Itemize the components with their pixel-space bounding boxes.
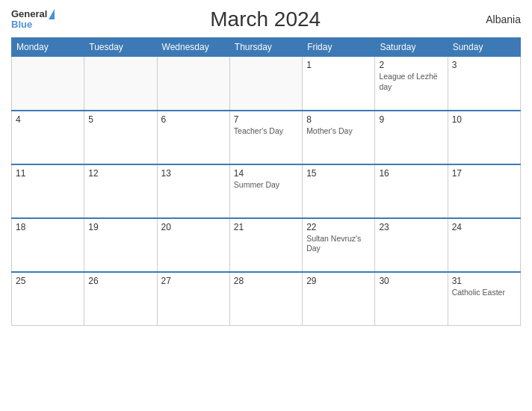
day-number: 9 (379, 114, 443, 125)
calendar-cell: 19 (84, 218, 157, 272)
calendar-week-row: 11121314Summer Day151617 (12, 164, 521, 218)
day-number: 28 (234, 276, 298, 286)
day-number: 30 (379, 276, 443, 286)
calendar-week-row: 1819202122Sultan Nevruz's Day2324 (12, 218, 521, 272)
day-number: 31 (452, 276, 516, 286)
weekday-header-row: MondayTuesdayWednesdayThursdayFridaySatu… (12, 38, 521, 57)
calendar-cell: 29 (303, 272, 375, 326)
calendar-week-row: 4567Teacher's Day8Mother's Day910 (12, 111, 521, 164)
holiday-label: Summer Day (234, 180, 298, 191)
weekday-header-saturday: Saturday (375, 38, 448, 57)
day-number: 4 (16, 114, 80, 125)
calendar-week-row: 12League of Lezhë day3 (12, 57, 521, 111)
calendar-cell: 12 (84, 164, 157, 218)
logo-triangle-icon (49, 9, 55, 19)
weekday-header-monday: Monday (12, 38, 84, 57)
day-number: 14 (234, 168, 298, 179)
page: { "header": { "title": "March 2024", "co… (0, 0, 532, 411)
calendar-cell: 10 (448, 111, 520, 164)
day-number: 18 (16, 222, 80, 232)
day-number: 10 (452, 114, 516, 125)
weekday-header-friday: Friday (303, 38, 375, 57)
calendar-cell: 5 (84, 111, 157, 164)
calendar-cell: 2League of Lezhë day (375, 57, 448, 111)
holiday-label: Catholic Easter (452, 288, 516, 298)
holiday-label: Sultan Nevruz's Day (306, 234, 371, 254)
day-number: 16 (379, 168, 443, 179)
calendar-cell: 8Mother's Day (303, 111, 375, 164)
day-number: 13 (161, 168, 226, 179)
calendar-cell: 3 (448, 57, 520, 111)
logo-general-text: General (11, 9, 47, 19)
calendar-cell: 30 (375, 272, 448, 326)
day-number: 20 (161, 222, 226, 232)
day-number: 15 (306, 168, 371, 179)
day-number: 3 (452, 60, 516, 70)
calendar-cell: 6 (157, 111, 229, 164)
page-title: March 2024 (210, 7, 321, 31)
calendar-cell: 24 (448, 218, 520, 272)
logo: General Blue (11, 9, 55, 31)
calendar-cell: 1 (303, 57, 375, 111)
calendar-cell: 27 (157, 272, 229, 326)
day-number: 1 (306, 60, 371, 70)
calendar-cell: 13 (157, 164, 229, 218)
day-number: 19 (88, 222, 152, 232)
calendar-table: MondayTuesdayWednesdayThursdayFridaySatu… (11, 37, 521, 326)
day-number: 27 (161, 276, 226, 286)
day-number: 22 (306, 222, 371, 232)
weekday-header-thursday: Thursday (229, 38, 302, 57)
calendar-header: General Blue March 2024 Albania (11, 7, 521, 31)
logo-blue-text: Blue (11, 19, 55, 30)
calendar-cell: 26 (84, 272, 157, 326)
holiday-label: Mother's Day (306, 126, 371, 137)
day-number: 6 (161, 114, 226, 125)
calendar-cell: 17 (448, 164, 520, 218)
day-number: 17 (452, 168, 516, 179)
calendar-cell (229, 57, 302, 111)
day-number: 7 (234, 114, 298, 125)
calendar-cell: 14Summer Day (229, 164, 302, 218)
day-number: 11 (16, 168, 80, 179)
day-number: 12 (88, 168, 152, 179)
calendar-week-row: 25262728293031Catholic Easter (12, 272, 521, 326)
calendar-cell: 21 (229, 218, 302, 272)
day-number: 25 (16, 276, 80, 286)
day-number: 21 (234, 222, 298, 232)
day-number: 5 (88, 114, 152, 125)
calendar-cell: 23 (375, 218, 448, 272)
day-number: 8 (306, 114, 371, 125)
day-number: 2 (379, 60, 443, 70)
day-number: 26 (88, 276, 152, 286)
calendar-cell: 11 (12, 164, 84, 218)
calendar-cell (12, 57, 84, 111)
calendar-cell (84, 57, 157, 111)
weekday-header-wednesday: Wednesday (157, 38, 229, 57)
calendar-cell (157, 57, 229, 111)
holiday-label: League of Lezhë day (379, 72, 443, 92)
calendar-cell: 25 (12, 272, 84, 326)
calendar-cell: 28 (229, 272, 302, 326)
calendar-cell: 31Catholic Easter (448, 272, 520, 326)
day-number: 29 (306, 276, 371, 286)
day-number: 24 (452, 222, 516, 232)
calendar-cell: 20 (157, 218, 229, 272)
calendar-cell: 9 (375, 111, 448, 164)
calendar-cell: 7Teacher's Day (229, 111, 302, 164)
country-label: Albania (476, 13, 521, 25)
calendar-cell: 15 (303, 164, 375, 218)
holiday-label: Teacher's Day (234, 126, 298, 137)
calendar-cell: 4 (12, 111, 84, 164)
calendar-cell: 22Sultan Nevruz's Day (303, 218, 375, 272)
day-number: 23 (379, 222, 443, 232)
weekday-header-tuesday: Tuesday (84, 38, 157, 57)
weekday-header-sunday: Sunday (448, 38, 520, 57)
calendar-cell: 18 (12, 218, 84, 272)
calendar-cell: 16 (375, 164, 448, 218)
